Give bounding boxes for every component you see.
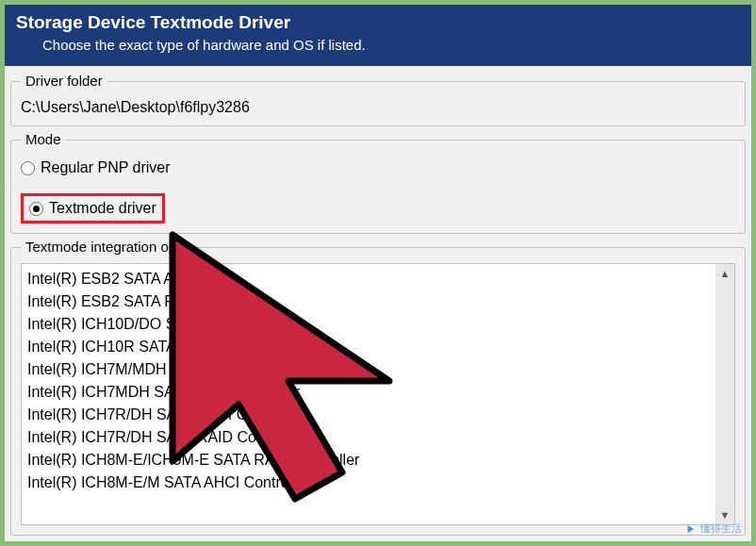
driver-folder-group: Driver folder C:\Users\Jane\Desktop\f6fl…: [10, 81, 746, 126]
scroll-track[interactable]: [715, 283, 734, 505]
list-item[interactable]: Intel(R) ICH10R SATA AHCI Controller: [27, 336, 710, 358]
watermark-text: 懂得生活: [700, 521, 742, 536]
driver-folder-legend: Driver folder: [21, 73, 107, 89]
list-item[interactable]: Intel(R) ESB2 SATA AHCI Co: [27, 268, 710, 290]
list-item[interactable]: Intel(R) ESB2 SATA RAID Cont: [27, 290, 710, 313]
dialog-subtitle: Choose the exact type of hardware and OS…: [16, 37, 740, 53]
dialog-content: Driver folder C:\Users\Jane\Desktop\f6fl…: [5, 66, 751, 541]
watermark: 懂得生活: [683, 521, 742, 536]
scrollbar[interactable]: ▲ ▼: [715, 264, 734, 524]
scroll-up-icon[interactable]: ▲: [715, 264, 734, 283]
integration-group: Textmode integration opt Intel(R) ESB2 S…: [10, 247, 746, 536]
radio-regular-pnp[interactable]: Regular PNP driver: [21, 159, 735, 176]
list-item[interactable]: Intel(R) ICH8M-E/M SATA AHCI Controller: [27, 472, 710, 494]
watermark-logo-icon: [683, 522, 697, 536]
driver-folder-path: C:\Users\Jane\Desktop\f6flpy3286: [21, 99, 735, 116]
radio-regular-label: Regular PNP driver: [41, 159, 171, 176]
list-item[interactable]: Intel(R) ICH7MDH SATA RAID Controller: [27, 381, 710, 404]
dialog-title: Storage Device Textmode Driver: [16, 12, 740, 33]
integration-legend: Textmode integration opt: [21, 239, 185, 255]
highlight-box: Textmode driver: [21, 193, 165, 223]
dialog-window: Storage Device Textmode Driver Choose th…: [5, 5, 751, 541]
radio-textmode[interactable]: Textmode driver: [29, 200, 156, 217]
list-item[interactable]: Intel(R) ICH7R/DH SATA RAID Controller: [27, 426, 710, 449]
list-item[interactable]: Intel(R) ICH7M/MDH SATA AHCI Contro: [27, 358, 710, 381]
radio-textmode-label: Textmode driver: [49, 200, 156, 217]
radio-circle-icon: [29, 202, 43, 216]
list-item[interactable]: Intel(R) ICH7R/DH SATA AHCI Controller: [27, 404, 710, 426]
mode-legend: Mode: [21, 131, 66, 147]
list-item[interactable]: Intel(R) ICH10D/DO SATA AHCI C: [27, 313, 710, 336]
integration-list-items[interactable]: Intel(R) ESB2 SATA AHCI Co Intel(R) ESB2…: [22, 264, 715, 524]
radio-circle-icon: [21, 161, 35, 175]
titlebar: Storage Device Textmode Driver Choose th…: [5, 5, 751, 66]
mode-group: Mode Regular PNP driver Textmode driver: [10, 140, 746, 234]
list-item[interactable]: Intel(R) ICH8M-E/ICH9M-E SATA RAID Contr…: [27, 449, 710, 472]
integration-list: Intel(R) ESB2 SATA AHCI Co Intel(R) ESB2…: [21, 263, 735, 525]
